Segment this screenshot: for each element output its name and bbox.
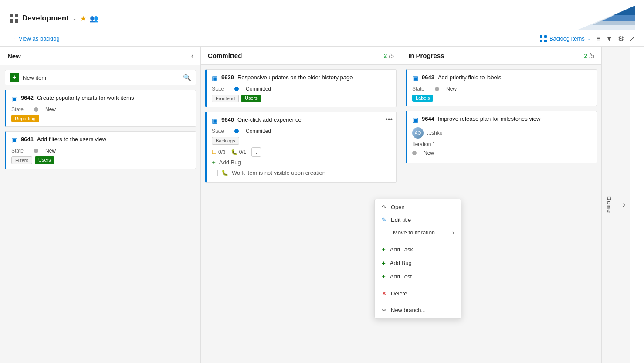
menu-delete-label: Delete [391, 290, 407, 297]
menu-new-branch[interactable]: ⚰ New branch... [375, 304, 461, 316]
branch-icon: ⚰ [382, 307, 386, 313]
add-bug-label[interactable]: Add Bug [219, 159, 241, 166]
tag-backlogs[interactable]: Backlogs [212, 137, 239, 145]
work-item-type-icon: ▣ [11, 95, 17, 103]
filter-settings-icon[interactable]: ≡ [597, 35, 600, 43]
column-done[interactable]: Done [602, 47, 617, 363]
column-committed-title: Committed [208, 52, 242, 59]
bug-count: 0/1 [239, 149, 247, 155]
card-9642-title: Create popularity charts for work items [37, 95, 134, 101]
state-dot-committed-9639 [234, 87, 239, 91]
task-counter: ☐ 0/3 [212, 149, 226, 155]
task-icon: ☐ [212, 149, 217, 155]
work-item-type-icon-9640: ▣ [212, 117, 218, 125]
card-9644-state-row: New [412, 150, 591, 156]
state-dot-new-9643 [435, 87, 439, 91]
state-label-9640: State [212, 128, 229, 134]
tag-filters[interactable]: Filters [11, 156, 32, 164]
backlog-items-grid-icon [540, 35, 547, 42]
menu-add-task[interactable]: + Add Task [375, 243, 461, 256]
card-9643-state: New [446, 86, 457, 92]
expand-button[interactable]: ⌄ [251, 147, 261, 157]
column-new-body: + New item 🔍 ▣ 9642 Create popularity ch… [0, 65, 200, 363]
delete-icon: ✕ [382, 290, 386, 297]
svg-rect-2 [10, 19, 13, 23]
new-item-search-icon[interactable]: 🔍 [183, 74, 191, 81]
view-backlog-label: View as backlog [19, 35, 60, 42]
card-9642[interactable]: ▣ 9642 Create popularity charts for work… [5, 90, 196, 127]
card-9644-title: Improve release plan for milestones view [438, 115, 541, 122]
menu-edit-title-label: Edit title [391, 217, 411, 223]
card-9641-title: Add filters to the users view [37, 136, 106, 142]
add-bug-row: + Add Bug [212, 157, 391, 168]
card-9640[interactable]: ••• ▣ 9640 One-click add experience Stat… [205, 112, 397, 183]
card-9644-id: 9644 [422, 115, 434, 122]
card-9644[interactable]: ▣ 9644 Improve release plan for mileston… [406, 111, 597, 163]
view-backlog-button[interactable]: → View as backlog [9, 35, 60, 43]
state-dot-new-9641 [34, 149, 38, 153]
menu-open[interactable]: ↷ Open [375, 201, 461, 214]
work-item-text: Work item is not visible upon creation [232, 170, 325, 176]
card-9644-state: New [424, 150, 434, 156]
expand-icon[interactable]: ↗ [629, 34, 635, 43]
card-9643[interactable]: ▣ 9643 Add priority field to labels Stat… [406, 69, 597, 106]
menu-edit-title[interactable]: ✎ Edit title [375, 214, 461, 226]
card-9644-header: ▣ 9644 Improve release plan for mileston… [412, 115, 591, 124]
menu-divider-1 [375, 241, 461, 241]
svg-rect-0 [10, 14, 13, 17]
new-item-label: New item [23, 75, 46, 81]
board-scroll-right[interactable]: › [617, 47, 630, 363]
menu-divider-3 [375, 302, 461, 302]
column-new-collapse-icon[interactable]: ‹ [191, 52, 193, 60]
column-new: New ‹ + New item 🔍 ▣ 9642 C [0, 47, 201, 363]
state-dot-new [34, 107, 38, 112]
done-label: Done [606, 196, 613, 213]
tag-frontend[interactable]: Frontend [212, 95, 239, 102]
column-committed-body: ▣ 9639 Responsive updates on the older h… [201, 65, 401, 363]
favorite-star-icon[interactable]: ★ [80, 14, 86, 23]
work-item-checkbox[interactable] [212, 170, 218, 176]
state-label-9639: State [212, 86, 229, 92]
funnel-icon[interactable]: ▼ [606, 35, 613, 43]
members-icon[interactable]: 👥 [90, 14, 98, 23]
new-item-plus-button[interactable]: + [10, 73, 19, 82]
backlog-items-chevron-icon: ⌄ [587, 36, 591, 41]
card-9640-state-row: State Committed [212, 128, 391, 134]
menu-move-iteration[interactable]: Move to iteration › [375, 226, 461, 239]
menu-add-bug[interactable]: + Add Bug [375, 256, 461, 270]
state-dot-new-9644 [412, 151, 417, 155]
title-chevron-icon[interactable]: ⌄ [72, 15, 77, 21]
card-9641[interactable]: ▣ 9641 Add filters to the users view Sta… [5, 131, 196, 169]
backlog-items-label: Backlog items [549, 35, 585, 42]
card-9642-state: New [45, 106, 56, 112]
card-9642-state-row: State New [11, 106, 190, 112]
svg-rect-1 [15, 14, 18, 17]
menu-delete[interactable]: ✕ Delete [375, 287, 461, 300]
card-9639-title: Responsive updates on the older history … [237, 74, 353, 81]
edit-icon: ✎ [382, 217, 386, 223]
add-task-icon: + [382, 246, 386, 253]
tag-labels[interactable]: Labels [412, 95, 433, 102]
board: New ‹ + New item 🔍 ▣ 9642 C [0, 47, 644, 363]
card-9642-id: 9642 [21, 95, 34, 101]
toolbar-right: Backlog items ⌄ ≡ ▼ ⚙ ↗ [540, 34, 635, 43]
column-committed-header: Committed 2 /5 [201, 47, 401, 65]
card-9640-id: 9640 [221, 116, 234, 123]
tag-reporting[interactable]: Reporting [11, 115, 39, 122]
menu-add-test[interactable]: + Add Test [375, 270, 461, 283]
menu-divider-2 [375, 285, 461, 285]
svg-rect-9 [544, 35, 547, 38]
project-title: Development [22, 14, 69, 23]
card-9640-header: ▣ 9640 One-click add experience [212, 116, 391, 125]
tag-users-9639[interactable]: Users [241, 95, 261, 102]
svg-rect-3 [15, 19, 18, 23]
card-9640-tags: Backlogs [212, 137, 391, 145]
card-9640-state: Committed [246, 128, 271, 134]
backlog-items-button[interactable]: Backlog items ⌄ [540, 35, 591, 42]
tag-users[interactable]: Users [35, 156, 54, 164]
card-9639-state: Committed [246, 86, 271, 92]
card-9639[interactable]: ▣ 9639 Responsive updates on the older h… [205, 69, 397, 107]
card-9640-subrow: ☐ 0/3 🐛 0/1 ⌄ [212, 147, 391, 157]
card-9640-more-button[interactable]: ••• [385, 115, 393, 123]
settings-gear-icon[interactable]: ⚙ [618, 34, 624, 43]
